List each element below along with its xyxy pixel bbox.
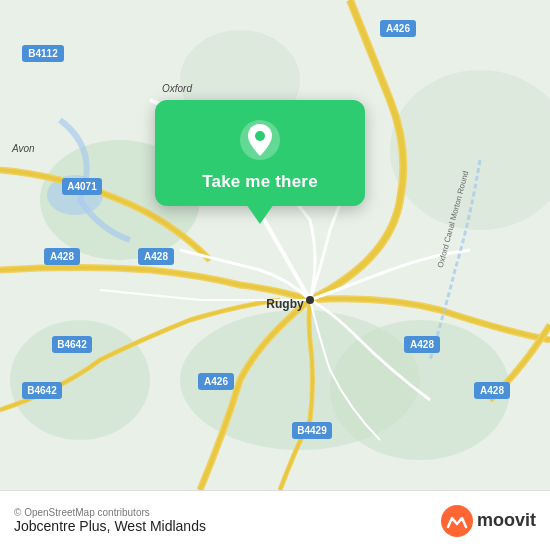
svg-point-37 — [441, 505, 473, 537]
svg-text:A426: A426 — [386, 23, 410, 34]
svg-text:B4642: B4642 — [27, 385, 57, 396]
svg-text:A426: A426 — [204, 376, 228, 387]
popup-card[interactable]: Take me there — [155, 100, 365, 206]
svg-text:B4429: B4429 — [297, 425, 327, 436]
svg-text:Oxford: Oxford — [162, 83, 192, 94]
svg-point-34 — [306, 296, 314, 304]
svg-text:A428: A428 — [410, 339, 434, 350]
moovit-text: moovit — [477, 510, 536, 531]
svg-text:A4071: A4071 — [67, 181, 97, 192]
svg-text:B4642: B4642 — [57, 339, 87, 350]
map-svg: B4112 A426 A4071 A428 A428 B4642 B4642 A… — [0, 0, 550, 490]
svg-text:A428: A428 — [480, 385, 504, 396]
osm-credit: © OpenStreetMap contributors — [14, 507, 206, 518]
svg-text:Avon: Avon — [11, 143, 35, 154]
moovit-logo: moovit — [441, 505, 536, 537]
svg-point-36 — [255, 131, 265, 141]
location-name: Jobcentre Plus, West Midlands — [14, 518, 206, 534]
svg-text:Rugby: Rugby — [266, 297, 304, 311]
svg-text:A428: A428 — [144, 251, 168, 262]
bottom-bar: © OpenStreetMap contributors Jobcentre P… — [0, 490, 550, 550]
location-info: © OpenStreetMap contributors Jobcentre P… — [14, 507, 206, 534]
moovit-logo-icon — [441, 505, 473, 537]
take-me-there-button[interactable]: Take me there — [202, 172, 318, 192]
map-container: B4112 A426 A4071 A428 A428 B4642 B4642 A… — [0, 0, 550, 490]
svg-text:A428: A428 — [50, 251, 74, 262]
location-pin-icon — [238, 118, 282, 162]
svg-text:B4112: B4112 — [28, 48, 58, 59]
